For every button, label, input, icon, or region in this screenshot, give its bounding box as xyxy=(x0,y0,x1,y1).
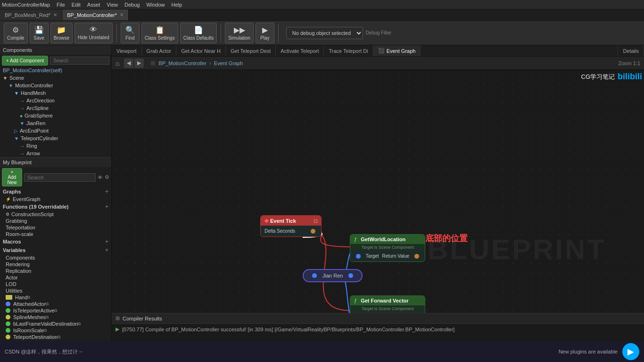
graphs-add-btn[interactable]: + xyxy=(105,188,108,195)
nav-tab-event-graph[interactable]: ⬛ Event Graph xyxy=(373,45,421,56)
compile-button[interactable]: ⚙ Compile xyxy=(4,23,28,43)
nav-tab-get-actor-near[interactable]: Get Actor Near H xyxy=(176,45,226,56)
nav-tab-grab-actor[interactable]: Grab Actor xyxy=(142,45,177,56)
jian-ren-in-pin[interactable] xyxy=(312,273,317,278)
event-tick-delta-pin[interactable] xyxy=(311,229,315,234)
graphs-section-header[interactable]: Graphs + xyxy=(0,187,111,196)
tab-bp-motioncontroller[interactable]: BP_MotionController* ✕ xyxy=(62,9,129,20)
var-teleport-dest-label: TeleportDestination xyxy=(13,334,58,340)
get-forward-vector-node[interactable]: ƒ Get Forward Vector Target is Scene Com… xyxy=(350,295,425,313)
class-defaults-button[interactable]: 📄 Class Defaults xyxy=(180,23,217,43)
var-actor[interactable]: Actor xyxy=(0,274,111,281)
tab-bp-boxmesh-close[interactable]: ✕ xyxy=(53,12,57,17)
get-world-location-node[interactable]: ƒ GetWorldLocation Target is Scene Compo… xyxy=(350,234,425,262)
var-spline-icon xyxy=(6,315,10,320)
zoom-label: Zoom 1:1 xyxy=(619,60,640,66)
breadcrumb-root[interactable]: BP_MotionController xyxy=(158,60,206,66)
get-forward-body: Target Return Value xyxy=(350,312,425,313)
play-button[interactable]: ▶ Play xyxy=(256,23,274,43)
home-button[interactable]: ⌂ xyxy=(116,59,119,67)
save-button[interactable]: 💾 Save xyxy=(30,23,49,43)
nav-tab-activate-teleport[interactable]: Activate Teleport xyxy=(276,45,324,56)
var-attached-actor[interactable]: AttachedActor ⧉ xyxy=(0,301,111,307)
nav-tab-get-teleport-dest[interactable]: Get Teleport Dest xyxy=(226,45,276,56)
var-is-teleporter-active[interactable]: IsTeleporterActive ⧉ xyxy=(0,307,111,314)
toolbar-sep-2 xyxy=(221,24,221,42)
var-teleport-dest[interactable]: TeleportDestination ⧉ xyxy=(0,334,111,340)
event-tick-title: Event Tick xyxy=(270,218,296,224)
menu-edit[interactable]: Edit xyxy=(72,2,81,8)
menu-view[interactable]: View xyxy=(107,2,118,8)
variables-section-header[interactable]: Variables + xyxy=(0,246,111,254)
construction-script-icon: ⚙ xyxy=(6,212,9,217)
jian-ren-node[interactable]: Jian Ren xyxy=(303,269,363,282)
visibility-icon[interactable]: 👁 xyxy=(98,175,103,180)
tree-item-arcdirection[interactable]: → ArcDirection xyxy=(17,97,111,104)
tree-item-arcspline[interactable]: → ArcSpline xyxy=(17,104,111,112)
tree-item-teleportcylinder[interactable]: ▼ TeleportCylinder xyxy=(11,135,111,142)
hide-unrelated-button[interactable]: 👁 Hide Unrelated xyxy=(74,23,113,43)
settings-icon[interactable]: ⚙ xyxy=(105,174,109,180)
bp-search-input[interactable] xyxy=(24,173,96,182)
breadcrumb-current[interactable]: Event Graph xyxy=(214,60,243,66)
simulation-button[interactable]: ▶▶ Simulation xyxy=(225,23,254,43)
menu-file[interactable]: File xyxy=(57,2,65,8)
tree-item-handmesh[interactable]: ▼ HandMesh xyxy=(11,89,111,97)
tree-item-arcendpoint[interactable]: ▷ ArcEndPoint xyxy=(11,127,111,135)
simulation-icon: ▶▶ xyxy=(234,25,245,34)
nav-tab-viewport[interactable]: Viewport xyxy=(112,45,142,56)
tab-bp-motioncontroller-close[interactable]: ✕ xyxy=(120,12,124,17)
debug-object-select[interactable]: No debug object selected xyxy=(286,27,363,39)
functions-section-header[interactable]: Functions (19 Overridable) + xyxy=(0,202,111,211)
var-utilities-header[interactable]: Utilities xyxy=(0,287,111,294)
functions-add-btn[interactable]: + xyxy=(105,203,108,210)
find-button[interactable]: 🔍 Find xyxy=(121,23,140,43)
blueprint-canvas[interactable]: ◆ Event Tick □ Delta Seconds Jian Ren xyxy=(112,70,644,313)
var-hand[interactable]: Hand ⧉ xyxy=(0,294,111,301)
var-replication[interactable]: Replication xyxy=(0,268,111,274)
var-spline-meshes[interactable]: SplineMeshes ⧉ xyxy=(0,314,111,320)
tree-item-ring[interactable]: → Ring xyxy=(17,142,111,150)
construction-script-item[interactable]: ⚙ ConstructionScript xyxy=(0,211,111,218)
macros-add-btn[interactable]: + xyxy=(105,238,108,245)
menu-help[interactable]: Help xyxy=(172,2,182,8)
tree-item-grabsphere[interactable]: ● GrabSphere xyxy=(17,112,111,119)
var-lod[interactable]: LOD xyxy=(0,281,111,287)
tree-item-motioncontroller[interactable]: ▼ MotionController xyxy=(6,82,111,89)
components-search[interactable] xyxy=(50,57,109,65)
tree-item-arrow[interactable]: → Arrow xyxy=(17,150,111,157)
play-circle-icon[interactable]: ▶ xyxy=(622,343,639,360)
nav-tab-details[interactable]: Details xyxy=(618,45,644,56)
tree-item-jianren[interactable]: ▼ JianRen xyxy=(17,119,111,127)
var-blast-frame[interactable]: bLastFrameValidDestination ⧉ xyxy=(0,320,111,327)
grid-icon: ⊞ xyxy=(150,59,156,67)
room-scale-item[interactable]: Room-scale xyxy=(0,231,111,237)
grabbing-item[interactable]: Grabbing xyxy=(0,218,111,224)
get-world-return-pin[interactable] xyxy=(414,254,419,259)
nav-tab-trace-teleport[interactable]: Trace Teleport Di xyxy=(324,45,373,56)
menu-debug[interactable]: Debug xyxy=(124,2,140,8)
class-settings-button[interactable]: 📋 Class Settings xyxy=(141,23,178,43)
menu-asset[interactable]: Asset xyxy=(87,2,100,8)
ring-icon: → xyxy=(20,143,25,149)
rendering-var-label: Rendering xyxy=(6,261,30,267)
tab-bp-boxmesh[interactable]: BP_BoxMesh_Red* ✕ xyxy=(0,9,62,20)
var-is-room-scale[interactable]: IsRoomScale ⧉ xyxy=(0,327,111,334)
macros-section-header[interactable]: Macros + xyxy=(0,237,111,246)
teleportation-item[interactable]: Teleportation xyxy=(0,224,111,231)
play-icon: ▶ xyxy=(262,25,268,34)
var-components[interactable]: Components xyxy=(0,254,111,261)
browse-button[interactable]: 📁 Browse xyxy=(50,23,73,43)
event-graph-item[interactable]: ⚡ EventGraph xyxy=(0,196,111,202)
jian-ren-out-pin[interactable] xyxy=(348,273,353,278)
back-button[interactable]: ◀ xyxy=(124,59,133,68)
variables-add-btn[interactable]: + xyxy=(105,247,108,253)
var-rendering[interactable]: Rendering xyxy=(0,261,111,268)
forward-button[interactable]: ▶ xyxy=(134,59,144,68)
get-world-target-pin[interactable] xyxy=(356,254,361,259)
tree-item-scene[interactable]: ▼ Scene xyxy=(0,74,111,82)
add-component-button[interactable]: + Add Component xyxy=(2,56,48,66)
event-tick-node[interactable]: ◆ Event Tick □ Delta Seconds xyxy=(260,215,322,237)
menu-window[interactable]: Window xyxy=(146,2,165,8)
add-new-button[interactable]: + Add New xyxy=(2,168,22,186)
